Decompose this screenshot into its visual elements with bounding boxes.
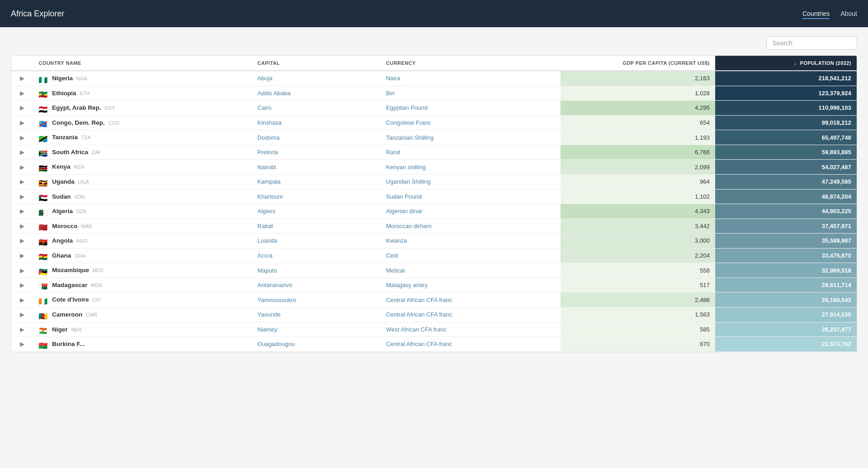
country-flag: 🇬🇭 bbox=[39, 253, 48, 259]
row-expand[interactable]: ▶ bbox=[11, 174, 33, 189]
nav-countries[interactable]: Countries bbox=[802, 8, 829, 19]
country-code: UGA bbox=[78, 179, 89, 185]
row-capital: Dodoma bbox=[252, 130, 381, 145]
country-name-text: Morocco bbox=[52, 223, 78, 229]
table-row: ▶ 🇿🇦 South Africa ZAF Pretoria Rand 6,76… bbox=[11, 145, 857, 160]
table-row: ▶ 🇩🇿 Algeria DZA Algiers Algerian dinar … bbox=[11, 204, 857, 219]
row-capital: Luanda bbox=[252, 234, 381, 249]
country-flag: 🇹🇿 bbox=[39, 135, 48, 141]
country-flag: 🇧🇫 bbox=[39, 341, 48, 348]
row-expand[interactable]: ▶ bbox=[11, 337, 33, 352]
row-expand[interactable]: ▶ bbox=[11, 130, 33, 145]
country-code: MDG bbox=[91, 283, 103, 288]
row-expand[interactable]: ▶ bbox=[11, 101, 33, 116]
row-population: 27,914,536 bbox=[715, 307, 857, 322]
row-currency: Congolese Franc bbox=[380, 115, 561, 130]
table-row: ▶ 🇪🇹 Ethiopia ETH Addis Ababa Birr 1,028… bbox=[11, 86, 857, 101]
table-row: ▶ 🇨🇲 Cameroon CMR Yaounde Central Africa… bbox=[11, 307, 857, 322]
row-population: 218,541,212 bbox=[715, 71, 857, 86]
app-title: Africa Explorer bbox=[11, 9, 64, 19]
row-name: 🇨🇲 Cameroon CMR bbox=[33, 307, 252, 322]
table-row: ▶ 🇺🇬 Uganda UGA Kampala Ugandan Shilling… bbox=[11, 174, 857, 189]
row-expand[interactable]: ▶ bbox=[11, 322, 33, 337]
row-capital: Yamoussoukro bbox=[252, 292, 381, 307]
row-name: 🇨🇮 Cote d'Ivoire CIV bbox=[33, 292, 252, 307]
row-expand[interactable]: ▶ bbox=[11, 263, 33, 278]
row-gdp: 2,486 bbox=[561, 292, 715, 307]
row-expand[interactable]: ▶ bbox=[11, 307, 33, 322]
row-gdp: 3,442 bbox=[561, 219, 715, 234]
col-header-capital: Capital bbox=[252, 56, 381, 71]
row-expand[interactable]: ▶ bbox=[11, 160, 33, 175]
row-currency: Central African CFA franc bbox=[380, 307, 561, 322]
country-code: AGO bbox=[76, 238, 87, 244]
table-body: ▶ 🇳🇬 Nigeria NGA Abuja Naira 2,163 218,5… bbox=[11, 71, 857, 351]
table-row: ▶ 🇳🇬 Nigeria NGA Abuja Naira 2,163 218,5… bbox=[11, 71, 857, 86]
row-expand[interactable]: ▶ bbox=[11, 71, 33, 86]
row-capital: Niamey bbox=[252, 322, 381, 337]
row-gdp: 4,295 bbox=[561, 101, 715, 116]
country-flag: 🇨🇩 bbox=[39, 120, 48, 126]
row-expand[interactable]: ▶ bbox=[11, 248, 33, 263]
country-flag: 🇦🇴 bbox=[39, 238, 48, 244]
search-container bbox=[11, 36, 857, 50]
row-gdp: 1,028 bbox=[561, 86, 715, 101]
row-name: 🇩🇿 Algeria DZA bbox=[33, 204, 252, 219]
row-currency: Kenyan shilling bbox=[380, 160, 561, 175]
row-capital: Abuja bbox=[252, 71, 381, 86]
row-expand[interactable]: ▶ bbox=[11, 115, 33, 130]
country-code: CMR bbox=[86, 312, 97, 317]
row-capital: Maputo bbox=[252, 263, 381, 278]
row-currency: Egyptian Pound bbox=[380, 101, 561, 116]
country-name-text: Cameroon bbox=[52, 311, 83, 318]
table-row: ▶ 🇳🇪 Niger NER Niamey West African CFA f… bbox=[11, 322, 857, 337]
country-name-text: Congo, Dem. Rep. bbox=[52, 119, 105, 126]
country-name-text: Cote d'Ivoire bbox=[52, 296, 89, 303]
row-name: 🇬🇭 Ghana GHA bbox=[33, 248, 252, 263]
country-name-text: Uganda bbox=[52, 178, 75, 185]
country-code: NER bbox=[71, 327, 82, 332]
row-capital: Antananarivo bbox=[252, 278, 381, 292]
table-row: ▶ 🇸🇩 Sudan SDN Khartoum Sudan Pound 1,10… bbox=[11, 189, 857, 204]
row-currency: Malagasy ariary bbox=[380, 278, 561, 292]
country-code: MAR bbox=[81, 224, 92, 229]
row-population: 29,611,714 bbox=[715, 278, 857, 292]
row-expand[interactable]: ▶ bbox=[11, 189, 33, 204]
row-expand[interactable]: ▶ bbox=[11, 145, 33, 160]
row-gdp: 1,193 bbox=[561, 130, 715, 145]
row-population: 54,027,487 bbox=[715, 160, 857, 175]
row-expand[interactable]: ▶ bbox=[11, 278, 33, 292]
col-header-pop[interactable]: ↓ Population (2022) bbox=[715, 56, 857, 71]
row-gdp: 654 bbox=[561, 115, 715, 130]
row-gdp: 558 bbox=[561, 263, 715, 278]
row-expand[interactable]: ▶ bbox=[11, 219, 33, 234]
row-expand[interactable]: ▶ bbox=[11, 86, 33, 101]
row-currency: Cedi bbox=[380, 248, 561, 263]
row-name: 🇧🇫 Burkina F... bbox=[33, 337, 252, 352]
row-currency: Ugandan Shilling bbox=[380, 174, 561, 189]
row-currency: Metical bbox=[380, 263, 561, 278]
row-expand[interactable]: ▶ bbox=[11, 234, 33, 249]
country-name-text: Angola bbox=[52, 237, 73, 244]
row-expand[interactable]: ▶ bbox=[11, 204, 33, 219]
main-content: Country Name Capital Currency GDP Per Ca… bbox=[0, 27, 868, 361]
table-row: ▶ 🇬🇭 Ghana GHA Accra Cedi 2,204 33,475,8… bbox=[11, 248, 857, 263]
row-currency: Central African CFA franc bbox=[380, 337, 561, 352]
row-expand[interactable]: ▶ bbox=[11, 292, 33, 307]
country-code: EGY bbox=[105, 105, 115, 111]
nav-about[interactable]: About bbox=[840, 8, 857, 19]
country-name-text: Tanzania bbox=[52, 134, 78, 141]
table-row: ▶ 🇰🇪 Kenya KEN Nairobi Kenyan shilling 2… bbox=[11, 160, 857, 175]
search-input[interactable] bbox=[766, 36, 857, 50]
country-flag: 🇳🇪 bbox=[39, 327, 48, 333]
col-header-gdp: GDP Per Capita (Current US$) bbox=[561, 56, 715, 71]
table-scroll-container[interactable]: Country Name Capital Currency GDP Per Ca… bbox=[11, 56, 857, 352]
country-name-text: Ethiopia bbox=[52, 90, 76, 97]
row-population: 99,018,212 bbox=[715, 115, 857, 130]
row-capital: Ouagadougou bbox=[252, 337, 381, 352]
row-name: 🇰🇪 Kenya KEN bbox=[33, 160, 252, 175]
row-gdp: 2,099 bbox=[561, 160, 715, 175]
country-flag: 🇨🇲 bbox=[39, 312, 48, 318]
row-gdp: 3,000 bbox=[561, 234, 715, 249]
row-gdp: 585 bbox=[561, 322, 715, 337]
